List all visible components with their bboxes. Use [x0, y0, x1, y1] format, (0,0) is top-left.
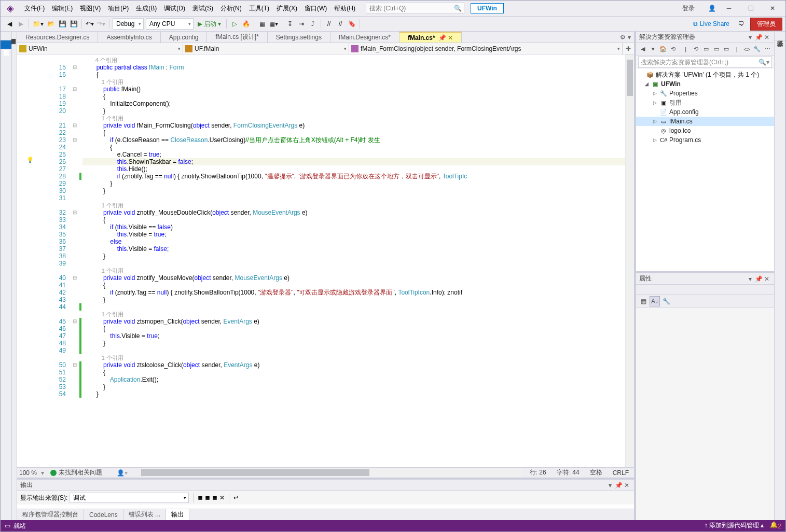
panel-dropdown-icon[interactable]: ▾ [746, 34, 754, 41]
redo-button[interactable]: ↷▾ [95, 18, 107, 30]
rail-toolbox[interactable]: 工具箱 [1, 32, 11, 40]
nav-namespace-combo[interactable]: UFWin [17, 43, 183, 54]
tab-close-icon[interactable]: 📌 ✕ [438, 34, 453, 41]
props-wrench-icon[interactable]: 🔧 [661, 296, 671, 306]
split-view-button[interactable]: ✚ [623, 43, 634, 54]
tree-item[interactable]: ▷🔧Properties [636, 89, 774, 98]
menu-tools[interactable]: 工具(T) [246, 2, 272, 15]
new-project-button[interactable]: 📁▾ [31, 18, 45, 30]
step-icon[interactable]: ↧ [284, 18, 296, 30]
tree-item[interactable]: ◎logo.ico [636, 126, 774, 135]
scrollbar-thumb[interactable] [627, 60, 633, 96]
hot-reload-button[interactable]: 🔥 [240, 18, 252, 30]
panel-close-icon[interactable]: ✕ [763, 34, 771, 41]
solexp-code-icon[interactable]: <> [742, 45, 752, 54]
liveshare-button[interactable]: ⧉Live Share [690, 20, 733, 27]
doc-tab[interactable]: fMain.cs [设计]* [207, 32, 267, 43]
bottom-tab[interactable]: 输出 [166, 509, 189, 520]
nav-back-button[interactable]: ◀ [4, 18, 15, 30]
start-no-debug-button[interactable]: ▷ [229, 18, 240, 30]
panel-pin-icon[interactable]: 📌 [754, 275, 763, 283]
menu-file[interactable]: 文件(F) [21, 2, 48, 15]
zoom-dropdown-icon[interactable]: ▾ [39, 469, 46, 477]
platform-combo[interactable]: Any CPU [146, 18, 194, 30]
start-debug-button[interactable]: ▶启动 ▾ [195, 20, 224, 29]
notifications-button[interactable]: 🔔2 [770, 521, 781, 530]
bottom-tab[interactable]: 程序包管理器控制台 [17, 509, 84, 520]
solexp-tool-icon[interactable]: ▭ [722, 45, 732, 54]
output-tool-icon[interactable]: ≣ [212, 494, 217, 501]
maximize-button[interactable]: ☐ [742, 2, 760, 15]
output-text[interactable] [17, 505, 634, 509]
step-icon[interactable]: ⇥ [296, 18, 307, 30]
uncomment-icon[interactable]: // [335, 18, 346, 30]
undo-button[interactable]: ↶▾ [84, 18, 95, 30]
doc-tab[interactable]: Settings.settings [268, 32, 330, 43]
panel-dropdown-icon[interactable]: ▾ [606, 482, 614, 489]
output-wrap-icon[interactable]: ↵ [233, 494, 239, 501]
nav-class-combo[interactable]: UF.fMain [183, 43, 349, 54]
editor-hscrollbar[interactable] [141, 468, 521, 477]
tool-icon[interactable]: ▦▾ [268, 18, 280, 30]
bottom-tab[interactable]: 错误列表 ... [123, 509, 166, 520]
doc-tab[interactable]: Resources.Designer.cs [17, 32, 98, 43]
tree-item[interactable]: ▷C#Program.cs [636, 135, 774, 145]
tree-item[interactable]: ▷▭fMain.cs [636, 117, 774, 126]
rail-server-explorer[interactable]: 服务器资源管理器 [12, 32, 17, 38]
output-clear-icon[interactable]: ✕ [219, 494, 225, 501]
tree-root[interactable]: 📦解决方案 'UFWin' (1 个项目，共 1 个) [636, 70, 774, 79]
panel-pin-icon[interactable]: 📌 [754, 34, 763, 41]
rail-diagnostics[interactable]: 诊断工具 [775, 32, 785, 40]
panel-dropdown-icon[interactable]: ▾ [746, 275, 754, 283]
editor-vscrollbar[interactable] [625, 54, 634, 467]
config-combo[interactable]: Debug [113, 18, 144, 30]
comment-icon[interactable]: // [323, 18, 335, 30]
menu-build[interactable]: 生成(B) [133, 2, 160, 15]
project-badge[interactable]: UFWin [471, 3, 504, 13]
tab-overflow-icon[interactable]: ⚙ [620, 34, 626, 41]
menu-debug[interactable]: 调试(D) [161, 2, 188, 15]
save-all-button[interactable]: 💾 [68, 18, 79, 30]
tab-dropdown-icon[interactable]: ▾ [628, 34, 631, 41]
solexp-tool-icon[interactable]: ⟲ [669, 45, 678, 54]
insert-mode[interactable]: 空格 [585, 468, 608, 477]
doc-tab[interactable]: fMain.Designer.cs* [330, 32, 399, 43]
menu-edit[interactable]: 编辑(E) [49, 2, 76, 15]
menu-test[interactable]: 测试(S) [189, 2, 216, 15]
login-link[interactable]: 登录 [682, 4, 695, 13]
login-avatar-icon[interactable]: 👤 [708, 5, 716, 12]
menu-project[interactable]: 项目(P) [105, 2, 132, 15]
solexp-home-icon[interactable]: 🏠 [658, 45, 668, 54]
zoom-level[interactable]: 100 % [17, 469, 39, 477]
feedback-icon[interactable]: 🗨 [736, 18, 747, 30]
step-icon[interactable]: ⤴ [307, 18, 319, 30]
output-tool-icon[interactable]: ≣ [205, 494, 210, 501]
menu-help[interactable]: 帮助(H) [331, 2, 358, 15]
minimize-button[interactable]: ─ [720, 2, 738, 15]
bottom-tab[interactable]: CodeLens [84, 509, 123, 520]
props-alpha-icon[interactable]: A↓ [650, 296, 660, 306]
line-ending[interactable]: CRLF [608, 469, 634, 477]
panel-close-icon[interactable]: ✕ [623, 482, 631, 489]
menu-view[interactable]: 视图(V) [77, 2, 104, 15]
doc-tab[interactable]: fMain.cs*📌 ✕ [399, 32, 462, 43]
panel-pin-icon[interactable]: 📌 [614, 482, 623, 489]
nav-member-combo[interactable]: fMain_FormClosing(object sender, FormClo… [349, 43, 623, 54]
search-input[interactable]: 搜索 (Ctrl+Q) 🔍 [366, 3, 464, 14]
props-grid[interactable] [636, 307, 774, 520]
code-editor[interactable]: 💡 15161718192021222324252627282930313233… [17, 54, 634, 467]
tree-project[interactable]: ◢▣UFWin [636, 79, 774, 89]
menu-analyze[interactable]: 分析(N) [217, 2, 245, 15]
source-control-button[interactable]: ↑ 添加到源代码管理 ▴ [705, 521, 764, 530]
rail-datasources[interactable]: 数据源 [1, 40, 11, 49]
tree-item[interactable]: ▷▣引用 [636, 98, 774, 107]
scrollbar-thumb[interactable] [141, 469, 369, 476]
output-source-combo[interactable]: 调试 [70, 493, 189, 503]
tool-icon[interactable]: ▦ [256, 18, 268, 30]
doc-tab[interactable]: AssemblyInfo.cs [98, 32, 160, 43]
menu-extensions[interactable]: 扩展(X) [273, 2, 300, 15]
solexp-search-input[interactable]: 搜索解决方案资源管理器(Ctrl+;)🔍▾ [638, 57, 772, 68]
bookmark-icon[interactable]: 🔖 [346, 18, 357, 30]
no-issues-indicator[interactable]: 未找到相关问题 [46, 468, 106, 477]
menu-window[interactable]: 窗口(W) [301, 2, 330, 15]
